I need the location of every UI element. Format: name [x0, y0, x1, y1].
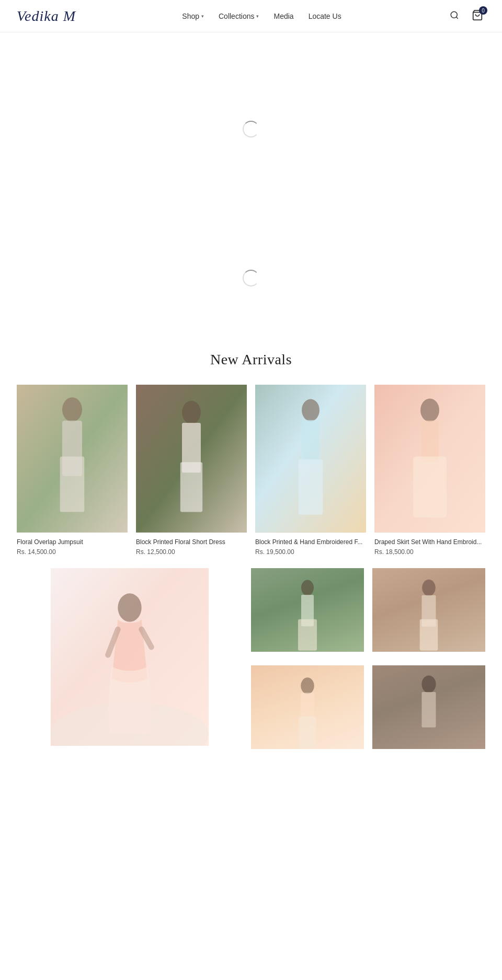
product-photo-1 — [17, 385, 128, 533]
product-price-2: Rs. 12,500.00 — [136, 548, 247, 556]
product-photo-8 — [372, 568, 485, 652]
search-button[interactable] — [448, 8, 461, 24]
hero-section-2 — [0, 226, 502, 330]
product-card-7[interactable] — [251, 665, 364, 754]
product-name-1: Floral Overlap Jumpsuit — [17, 538, 128, 547]
svg-point-0 — [451, 11, 457, 18]
product-image-8 — [372, 568, 485, 652]
svg-rect-27 — [298, 619, 317, 651]
chevron-down-icon: ▾ — [201, 14, 204, 19]
product-card-9[interactable] — [372, 665, 485, 754]
product-photo-5 — [17, 568, 243, 746]
product-image-6 — [251, 568, 364, 652]
product-card-4[interactable]: Draped Skirt Set With Hand Embroid... Rs… — [374, 385, 485, 556]
svg-point-16 — [420, 398, 439, 421]
product-name-4: Draped Skirt Set With Hand Embroid... — [374, 538, 485, 547]
product-name-3: Block Printed & Hand Embroidered F... — [255, 538, 366, 547]
svg-point-33 — [422, 580, 436, 596]
product-price-4: Rs. 18,500.00 — [374, 548, 485, 556]
product-photo-9 — [372, 665, 485, 749]
product-col-right2 — [372, 568, 485, 754]
product-card-1[interactable]: Floral Overlap Jumpsuit Rs. 14,500.00 — [17, 385, 128, 556]
product-card-2[interactable]: Block Printed Floral Short Dress Rs. 12,… — [136, 385, 247, 556]
products-grid-row1: Floral Overlap Jumpsuit Rs. 14,500.00 — [17, 385, 485, 556]
main-nav: Shop ▾ Collections ▾ Media Locate Us — [182, 12, 341, 20]
svg-rect-31 — [299, 717, 316, 748]
product-photo-2 — [136, 385, 247, 533]
product-price-3: Rs. 19,500.00 — [255, 548, 366, 556]
svg-rect-18 — [413, 457, 447, 517]
new-arrivals-title: New Arrivals — [17, 351, 485, 368]
svg-rect-10 — [180, 462, 202, 512]
product-image-7 — [251, 665, 364, 749]
svg-point-29 — [301, 678, 314, 695]
product-image-5 — [17, 568, 243, 746]
svg-point-4 — [62, 397, 82, 422]
search-icon — [450, 10, 459, 20]
product-image-9 — [372, 665, 485, 749]
product-image-2 — [136, 385, 247, 533]
product-name-2: Block Printed Floral Short Dress — [136, 538, 247, 547]
cart-button[interactable]: 0 — [470, 7, 485, 25]
svg-rect-35 — [420, 619, 438, 651]
new-arrivals-section: New Arrivals — [0, 330, 502, 773]
hero-section-1 — [0, 32, 502, 226]
svg-rect-17 — [421, 421, 439, 462]
products-grid-row2 — [17, 568, 485, 754]
product-image-4 — [374, 385, 485, 533]
product-card-8[interactable] — [372, 568, 485, 657]
svg-point-12 — [302, 399, 320, 421]
svg-point-21 — [118, 594, 141, 622]
svg-rect-13 — [302, 420, 320, 465]
product-card-3[interactable]: Block Printed & Hand Embroidered F... Rs… — [255, 385, 366, 556]
product-photo-7 — [251, 665, 364, 749]
header-icons: 0 — [448, 7, 485, 25]
product-price-1: Rs. 14,500.00 — [17, 548, 128, 556]
svg-rect-14 — [299, 459, 323, 515]
product-photo-3 — [255, 385, 366, 533]
nav-media[interactable]: Media — [273, 12, 293, 20]
product-photo-6 — [251, 568, 364, 652]
svg-line-1 — [456, 17, 458, 18]
svg-point-25 — [301, 580, 314, 596]
nav-shop[interactable]: Shop ▾ — [182, 12, 204, 20]
logo[interactable]: Vedika M — [17, 8, 76, 25]
product-image-1 — [17, 385, 128, 533]
chevron-down-icon: ▾ — [256, 14, 259, 19]
site-header: Vedika M Shop ▾ Collections ▾ Media Loca… — [0, 0, 502, 32]
product-card-5[interactable] — [17, 568, 243, 754]
nav-locate-us[interactable]: Locate Us — [309, 12, 341, 20]
cart-count: 0 — [479, 6, 487, 15]
product-card-6[interactable] — [251, 568, 364, 657]
nav-collections[interactable]: Collections ▾ — [219, 12, 259, 20]
svg-point-8 — [182, 401, 201, 424]
product-col-right — [251, 568, 364, 754]
loading-spinner-1 — [243, 121, 259, 137]
product-image-3 — [255, 385, 366, 533]
svg-rect-6 — [60, 457, 85, 512]
loading-spinner-2 — [243, 270, 259, 286]
svg-rect-38 — [421, 693, 436, 728]
svg-point-37 — [421, 676, 436, 693]
product-photo-4 — [374, 385, 485, 533]
